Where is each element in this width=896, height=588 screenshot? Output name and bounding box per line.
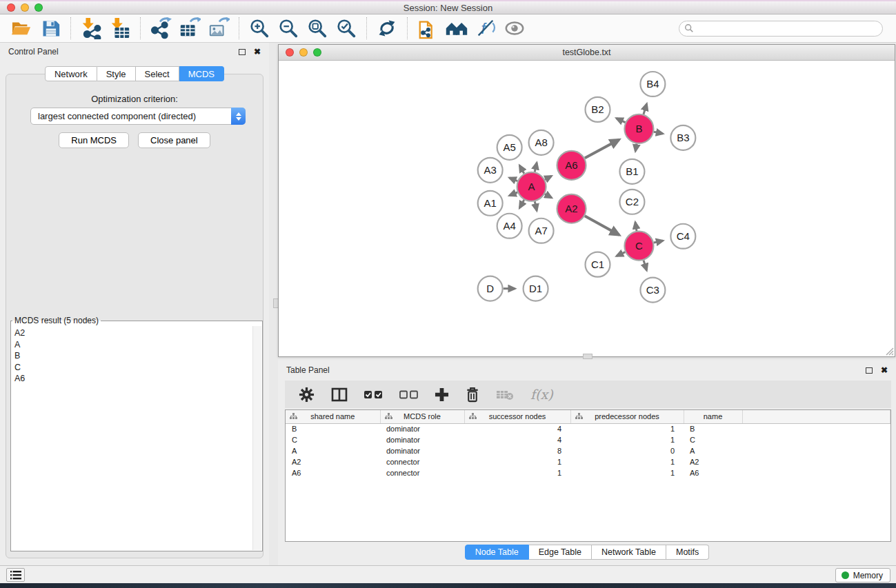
open-session-icon[interactable] [7,16,36,41]
network-canvas[interactable]: B4B2BB3A8A5A6B1A3AA1C2A2A4A7C4CC1C3DD1 [279,61,895,356]
edge-A-A8[interactable] [535,163,537,172]
delete-column-trash-icon[interactable] [466,387,479,403]
edge-B-B4[interactable] [644,104,647,114]
table-row[interactable]: Cdominator41C [286,434,890,445]
result-item[interactable]: A6 [14,373,251,385]
select-all-icon[interactable] [364,390,383,399]
memory-button[interactable]: Memory [835,568,890,582]
dropdown-stepper-icon[interactable] [231,108,246,125]
deselect-all-icon[interactable] [399,390,418,399]
zoom-selected-icon[interactable] [332,16,361,41]
edge-B-B2[interactable] [617,119,626,123]
graph-node-B[interactable]: B [624,114,653,143]
graph-node-B2[interactable]: B2 [586,97,610,122]
edge-A-A2[interactable] [545,194,552,197]
result-item[interactable]: B [14,350,251,362]
column-header-mcds-role[interactable]: MCDS role [380,410,464,423]
zoom-out-icon[interactable] [274,16,303,41]
column-header-shared-name[interactable]: shared name [286,410,380,423]
show-column-icon[interactable] [331,387,348,402]
graph-node-D[interactable]: D [478,276,503,301]
result-item[interactable]: C [14,362,251,374]
close-panel-button[interactable]: Close panel [138,132,210,148]
edge-C-C1[interactable] [617,252,625,256]
task-history-button[interactable] [6,568,25,582]
close-table-panel-icon[interactable]: ✖ [881,365,888,375]
tab-edge-table[interactable]: Edge Table [529,545,592,560]
graph-node-A6[interactable]: A6 [557,151,586,180]
edge-B-B1[interactable] [635,144,637,152]
export-network-icon[interactable] [146,16,175,41]
table-row[interactable]: A2connector11A2 [286,456,890,467]
tab-style[interactable]: Style [97,66,136,81]
graph-node-C3[interactable]: C3 [640,278,665,303]
import-table-icon[interactable] [106,16,135,41]
graph-node-A[interactable]: A [517,172,546,201]
tab-network[interactable]: Network [45,66,97,81]
run-mcds-button[interactable]: Run MCDS [59,132,129,148]
network-from-file-icon[interactable] [413,16,442,41]
edge-A-A1[interactable] [510,192,518,196]
edge-A6-B[interactable] [585,140,619,159]
tab-select[interactable]: Select [136,66,179,81]
float-table-panel-icon[interactable] [866,367,873,374]
column-header-name[interactable]: name [684,410,742,423]
edge-A-A6[interactable] [545,176,551,179]
graph-node-A4[interactable]: A4 [497,214,522,239]
edge-B-B3[interactable] [654,132,663,134]
graph-node-C4[interactable]: C4 [670,224,695,249]
tab-motifs[interactable]: Motifs [666,545,709,560]
graph-node-D1[interactable]: D1 [524,276,548,301]
save-session-icon[interactable] [36,16,65,41]
float-panel-icon[interactable] [239,49,246,55]
network-graph[interactable]: B4B2BB3A8A5A6B1A3AA1C2A2A4A7C4CC1C3DD1 [279,61,895,356]
zoom-in-icon[interactable] [245,16,274,41]
eye-icon[interactable] [500,16,529,41]
criterion-dropdown[interactable]: largest connected component (directed) [30,108,246,125]
graph-node-B3[interactable]: B3 [670,125,695,150]
table-row[interactable]: Adominator80A [286,445,890,456]
column-header-successor-nodes[interactable]: successor nodes [464,410,570,423]
delete-table-icon[interactable] [496,389,514,401]
window-resize-grip-icon[interactable] [884,345,894,356]
import-network-icon[interactable] [77,16,106,41]
graph-node-C[interactable]: C [624,232,653,261]
edge-A-A7[interactable] [535,201,537,210]
export-table-icon[interactable] [175,16,204,41]
tab-node-table[interactable]: Node Table [465,545,529,560]
graphics-details-icon[interactable]: f [471,16,500,41]
add-column-plus-icon[interactable] [435,387,449,402]
graph-node-A7[interactable]: A7 [529,219,554,243]
refresh-icon[interactable] [372,16,401,41]
export-image-icon[interactable] [204,16,233,41]
home-neighbors-icon[interactable] [442,16,471,41]
close-panel-icon[interactable]: ✖ [254,47,261,57]
result-item[interactable]: A2 [14,327,251,339]
graph-node-A5[interactable]: A5 [497,135,522,160]
graph-node-C2[interactable]: C2 [619,190,644,214]
edge-C-C4[interactable] [654,241,663,243]
edge-A2-C[interactable] [585,216,619,234]
zoom-fit-icon[interactable] [303,16,332,41]
edge-A-A3[interactable] [510,178,518,181]
tab-mcds[interactable]: MCDS [179,66,224,81]
edge-A-A4[interactable] [519,200,524,208]
column-header-predecessor-nodes[interactable]: predecessor nodes [570,410,684,423]
table-row[interactable]: A6connector11A6 [286,467,890,478]
result-item[interactable]: A [14,339,251,351]
graph-node-B4[interactable]: B4 [640,72,665,97]
edge-C-C2[interactable] [635,222,637,231]
graph-node-C1[interactable]: C1 [586,252,610,277]
result-scrollbar[interactable] [252,326,261,550]
graph-node-A1[interactable]: A1 [478,191,503,216]
graph-node-A2[interactable]: A2 [557,194,586,223]
table-row[interactable]: Bdominator41B [286,423,890,434]
graph-node-A8[interactable]: A8 [529,130,554,155]
edge-C-C3[interactable] [644,261,646,270]
table-settings-gear-icon[interactable] [299,387,315,403]
graph-node-B1[interactable]: B1 [619,159,644,184]
function-builder-icon[interactable]: f(x) [530,387,553,402]
horizontal-divider-grip[interactable] [583,354,593,359]
graph-node-A3[interactable]: A3 [478,158,503,183]
tab-network-table[interactable]: Network Table [592,545,666,560]
